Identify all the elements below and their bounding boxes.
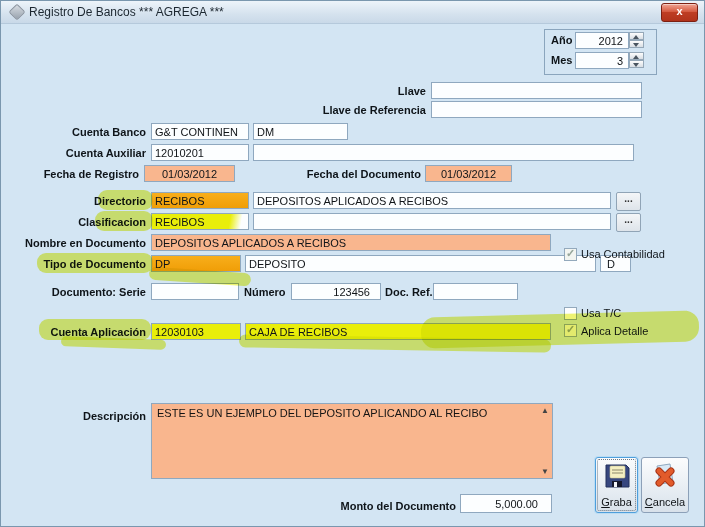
mes-spinner[interactable] [629, 52, 644, 69]
nombre-en-documento-label: Nombre en Documento [11, 237, 146, 249]
cuenta-aplicacion-label: Cuenta Aplicación [41, 326, 146, 338]
spin-up-icon[interactable] [629, 32, 644, 40]
title-bar: Registro De Bancos *** AGREGA *** x [1, 1, 704, 24]
cuenta-banco-moneda-input[interactable] [253, 123, 348, 140]
directorio-browse-button[interactable]: ... [616, 192, 641, 211]
spin-down-icon[interactable] [629, 40, 644, 48]
scroll-up-icon[interactable]: ▲ [541, 406, 549, 415]
tipo-de-documento-label: Tipo de Documento [31, 258, 146, 270]
doc-ref-input[interactable] [433, 283, 518, 300]
tipo-documento-nombre-input[interactable] [245, 255, 596, 272]
tipo-documento-codigo-input[interactable] [151, 255, 241, 272]
clasificacion-browse-button[interactable]: ... [616, 213, 641, 232]
descripcion-textarea[interactable]: ESTE ES UN EJEMPLO DEL DEPOSITO APLICAND… [151, 403, 553, 479]
directorio-nombre-input[interactable] [253, 192, 611, 209]
usa-tc-checkbox[interactable] [564, 307, 577, 320]
ano-label: Año [551, 34, 572, 46]
cuenta-banco-label: Cuenta Banco [26, 126, 146, 138]
serie-input[interactable] [151, 283, 239, 300]
cuenta-banco-input[interactable] [151, 123, 249, 140]
fecha-registro-label: Fecha de Registro [21, 168, 139, 180]
cuenta-aplicacion-cuenta-input[interactable] [151, 323, 241, 340]
clasificacion-label: Clasificacion [31, 216, 146, 228]
clasificacion-codigo-input[interactable] [151, 213, 249, 230]
fecha-documento-input[interactable] [425, 165, 512, 182]
usa-contabilidad-label: Usa Contabilidad [581, 248, 665, 260]
spin-up-icon[interactable] [629, 52, 644, 60]
save-floppy-icon [602, 461, 632, 491]
usa-contabilidad-checkbox[interactable] [564, 248, 577, 261]
close-button[interactable]: x [661, 3, 698, 22]
llave-referencia-label: Llave de Referencia [286, 104, 426, 116]
cancela-button-label: Cancela [642, 496, 688, 508]
numero-label: Número [244, 286, 286, 298]
graba-button-label: Graba [596, 496, 637, 508]
cancela-button[interactable]: Cancela [641, 457, 689, 513]
llave-referencia-input[interactable] [431, 101, 642, 118]
fecha-documento-label: Fecha del Documento [306, 168, 421, 180]
scroll-down-icon[interactable]: ▼ [541, 467, 549, 476]
cuenta-aplicacion-nombre-input[interactable] [245, 323, 551, 340]
mes-label: Mes [551, 54, 572, 66]
monto-input[interactable] [460, 494, 552, 513]
descripcion-label: Descripción [76, 410, 146, 422]
mes-input[interactable] [575, 52, 629, 69]
numero-input[interactable] [291, 283, 381, 300]
descripcion-text: ESTE ES UN EJEMPLO DEL DEPOSITO APLICAND… [157, 407, 534, 420]
aplica-detalle-label: Aplica Detalle [581, 325, 648, 337]
registro-de-bancos-window: Registro De Bancos *** AGREGA *** x Año … [0, 0, 705, 527]
fecha-registro-input[interactable] [144, 165, 235, 182]
app-icon [9, 4, 26, 21]
llave-label: Llave [286, 85, 426, 97]
aplica-detalle-checkbox[interactable] [564, 324, 577, 337]
cuenta-auxiliar-label: Cuenta Auxiliar [26, 147, 146, 159]
window-title: Registro De Bancos *** AGREGA *** [29, 5, 224, 19]
ano-spinner[interactable] [629, 32, 644, 49]
spin-down-icon[interactable] [629, 60, 644, 68]
descripcion-scrollbar[interactable]: ▲ ▼ [537, 404, 551, 478]
directorio-label: Directorio [31, 195, 146, 207]
clasificacion-nombre-input[interactable] [253, 213, 611, 230]
llave-input[interactable] [431, 82, 642, 99]
usa-tc-label: Usa T/C [581, 307, 621, 319]
nombre-en-documento-input[interactable] [151, 234, 551, 251]
doc-ref-label: Doc. Ref. [385, 286, 433, 298]
graba-button[interactable]: Graba [595, 457, 638, 513]
directorio-codigo-input[interactable] [151, 192, 249, 209]
monto-label: Monto del Documento [331, 500, 456, 512]
cancel-x-icon [650, 461, 680, 491]
cuenta-auxiliar-detalle-input[interactable] [253, 144, 634, 161]
cuenta-auxiliar-input[interactable] [151, 144, 249, 161]
ano-input[interactable] [575, 32, 629, 49]
documento-serie-label: Documento: Serie [26, 286, 146, 298]
